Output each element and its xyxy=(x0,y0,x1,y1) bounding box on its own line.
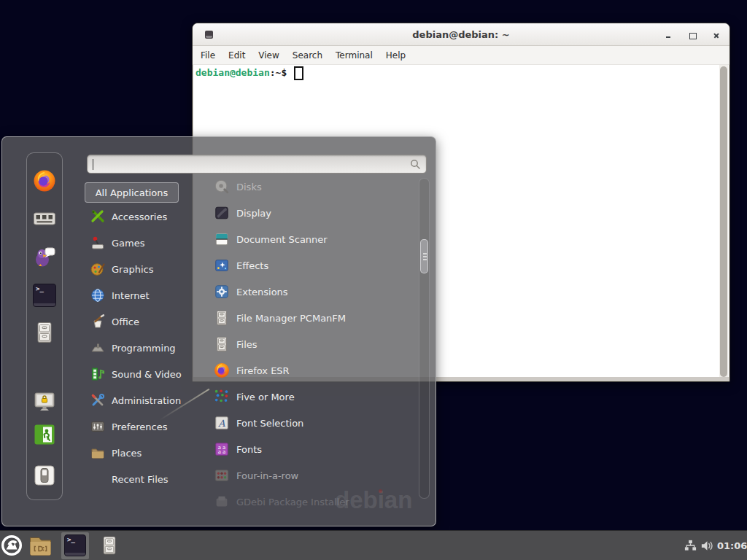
file-manager-launcher[interactable] xyxy=(33,321,56,344)
terminal-scrollbar[interactable] xyxy=(719,65,728,378)
category-label: Programming xyxy=(112,343,176,354)
close-button[interactable] xyxy=(712,31,721,40)
menu-file[interactable]: File xyxy=(201,50,215,61)
category-label: Games xyxy=(112,238,144,249)
all-applications-label: All Applications xyxy=(96,187,169,198)
app-label: Five or More xyxy=(236,392,295,402)
file-cabinet-icon xyxy=(214,310,230,326)
category-graphics[interactable]: Graphics xyxy=(90,256,153,282)
app-five-or-more[interactable]: Five or More xyxy=(214,384,295,410)
terminal-launcher[interactable] xyxy=(33,284,56,307)
keyboard-icon xyxy=(33,207,56,230)
apps-scrollbar[interactable] xyxy=(419,178,430,499)
extensions-icon xyxy=(214,284,230,300)
app-files[interactable]: Files xyxy=(214,331,258,357)
software-launcher[interactable] xyxy=(33,207,56,230)
prompt-user: debian@debian xyxy=(196,67,270,78)
administration-icon xyxy=(90,393,105,408)
places-icon xyxy=(90,446,105,460)
category-label: Accessories xyxy=(112,211,167,222)
search-input[interactable] xyxy=(87,155,427,174)
category-internet[interactable]: Internet xyxy=(90,282,150,308)
app-extensions[interactable]: Extensions xyxy=(214,279,288,305)
menu-terminal[interactable]: Terminal xyxy=(336,50,373,61)
terminal-titlebar[interactable]: debian@debian: ~ xyxy=(193,23,729,46)
lock-screen-icon xyxy=(33,390,56,413)
app-effects[interactable]: Effects xyxy=(214,252,268,279)
terminal-scrollbar-thumb[interactable] xyxy=(720,66,727,377)
menu-search[interactable]: Search xyxy=(293,50,322,61)
file-cabinet-icon xyxy=(99,534,120,556)
app-four-in-a-row[interactable]: Four-in-a-row xyxy=(214,462,298,489)
category-label: Preferences xyxy=(112,421,167,432)
category-sound-video[interactable]: Sound & Video xyxy=(90,361,182,387)
menu-view[interactable]: View xyxy=(258,50,279,61)
app-label: Document Scanner xyxy=(236,234,328,245)
category-preferences[interactable]: Preferences xyxy=(90,413,167,440)
menu-help[interactable]: Help xyxy=(386,50,406,61)
prompt-suffix: :~$ xyxy=(270,67,287,78)
app-display[interactable]: Display xyxy=(214,200,271,226)
app-firefox-esr[interactable]: Firefox ESR xyxy=(214,357,290,384)
terminal-cursor xyxy=(294,66,303,80)
document-scanner-icon xyxy=(214,231,230,247)
menu-edit[interactable]: Edit xyxy=(228,50,245,61)
pidgin-launcher[interactable] xyxy=(33,244,56,268)
category-recent-files[interactable]: Recent Files xyxy=(90,466,169,492)
pidgin-icon xyxy=(33,244,56,268)
cinnamon-logo-icon xyxy=(1,535,22,556)
office-icon xyxy=(90,314,105,329)
logout-button[interactable] xyxy=(33,423,56,446)
category-places[interactable]: Places xyxy=(90,440,142,466)
lock-screen-button[interactable] xyxy=(33,390,56,413)
app-label: Fonts xyxy=(236,444,262,455)
category-label: Administration xyxy=(112,395,181,406)
clock[interactable]: 01:06 xyxy=(717,531,747,560)
network-icon[interactable] xyxy=(684,539,697,553)
app-file-manager-pcmanfm[interactable]: File Manager PCManFM xyxy=(214,305,346,331)
app-disks[interactable]: Disks xyxy=(214,174,262,200)
shutdown-button[interactable] xyxy=(33,464,56,487)
minimize-button[interactable] xyxy=(664,31,673,40)
app-font-selection[interactable]: A Font Selection xyxy=(214,410,303,436)
logout-icon xyxy=(33,423,56,446)
app-fonts[interactable]: a aa a Fonts xyxy=(214,436,262,462)
search-icon xyxy=(410,159,421,170)
taskbar-terminal-button[interactable] xyxy=(61,532,89,559)
app-label: GDebi Package Installer xyxy=(236,497,349,508)
favorites-panel xyxy=(26,152,63,500)
taskbar-menu-button[interactable] xyxy=(1,535,22,556)
app-label: Effects xyxy=(236,260,268,271)
category-programming[interactable]: Programming xyxy=(90,335,176,361)
taskbar-file-manager-button[interactable] xyxy=(28,534,53,557)
shutdown-icon xyxy=(33,464,56,487)
firefox-icon xyxy=(33,169,56,192)
sound-video-icon xyxy=(90,367,105,381)
all-applications-button[interactable]: All Applications xyxy=(85,182,179,203)
category-games[interactable]: Games xyxy=(90,230,144,256)
app-document-scanner[interactable]: Document Scanner xyxy=(214,226,328,252)
category-label: Internet xyxy=(112,290,150,301)
internet-icon xyxy=(90,288,105,303)
firefox-icon xyxy=(214,362,230,378)
category-office[interactable]: Office xyxy=(90,308,139,335)
application-menu: All Applications Accessories Games Graph… xyxy=(1,136,436,526)
apps-scrollbar-thumb[interactable] xyxy=(420,239,428,273)
category-accessories[interactable]: Accessories xyxy=(90,203,167,230)
debian-watermark: debian xyxy=(335,486,412,514)
app-gdebi[interactable]: GDebi Package Installer xyxy=(214,489,349,515)
fonts-icon: a aa a xyxy=(214,441,230,457)
display-icon xyxy=(214,205,230,221)
file-cabinet-icon xyxy=(214,336,230,352)
five-or-more-icon xyxy=(214,389,230,405)
maximize-button[interactable] xyxy=(688,31,697,40)
programming-icon xyxy=(90,341,105,355)
category-administration[interactable]: Administration xyxy=(90,387,181,413)
firefox-launcher[interactable] xyxy=(33,169,56,192)
volume-icon[interactable] xyxy=(700,539,714,553)
app-label: Display xyxy=(236,208,271,219)
gdebi-icon xyxy=(214,494,230,510)
category-label: Office xyxy=(112,316,139,327)
app-label: Files xyxy=(236,339,258,350)
taskbar-files-button[interactable] xyxy=(99,534,120,556)
